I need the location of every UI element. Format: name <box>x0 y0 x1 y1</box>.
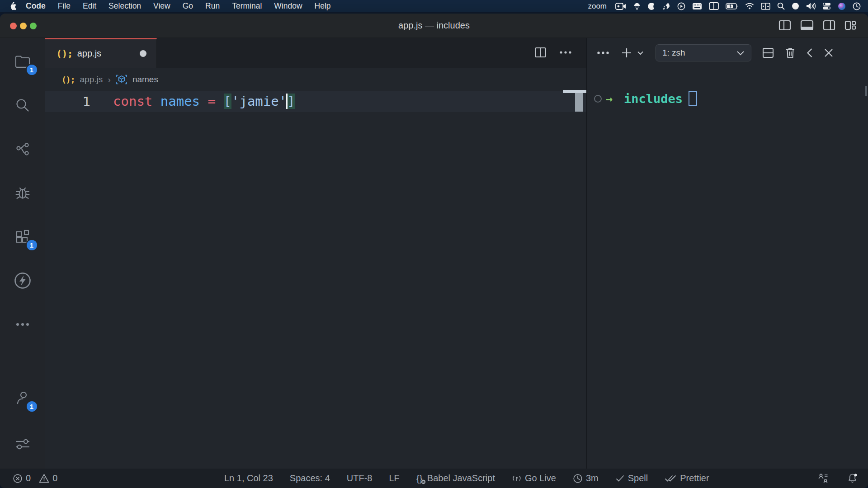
crescent-icon[interactable] <box>648 2 656 10</box>
zoom-menu-text[interactable]: zoom <box>588 2 607 11</box>
siri-icon[interactable] <box>838 2 846 10</box>
javascript-file-icon: (); <box>61 75 75 84</box>
wifi-icon[interactable] <box>745 3 754 9</box>
breadcrumb-symbol[interactable]: names <box>132 75 158 84</box>
menu-view[interactable]: View <box>153 1 170 11</box>
breadcrumb: (); app.js › names <box>45 68 586 91</box>
prompt-arrow-icon: → <box>606 92 613 105</box>
terminal-shell-select[interactable]: 1: zsh <box>656 44 751 61</box>
cursor-position[interactable]: Ln 1, Col 23 <box>224 473 273 483</box>
sidebar-item-source-control[interactable] <box>10 136 35 162</box>
spell-checker[interactable]: Spell <box>615 473 648 483</box>
clock-icon[interactable] <box>853 2 861 10</box>
sidebar-item-extensions[interactable]: 1 <box>10 224 35 249</box>
window-titlebar[interactable]: app.js — includes <box>0 14 868 38</box>
overview-ruler-cursor-mark <box>563 90 586 93</box>
menu-selection[interactable]: Selection <box>108 1 141 11</box>
menu-help[interactable]: Help <box>315 1 331 11</box>
text-cursor <box>286 94 288 109</box>
sidebar-item-run-debug[interactable] <box>10 180 35 206</box>
accounts-badge: 1 <box>26 400 38 413</box>
lightning-circle-icon <box>14 272 32 290</box>
toggle-primary-sidebar-icon[interactable] <box>778 20 791 31</box>
clock-icon <box>573 474 583 483</box>
terminal-prompt-line[interactable]: → includes <box>594 90 697 107</box>
prettier-formatter[interactable]: Prettier <box>665 473 709 483</box>
split-terminal-icon[interactable] <box>762 47 774 58</box>
warning-triangle-icon <box>39 474 49 483</box>
sidebar-item-search[interactable] <box>10 93 35 118</box>
volume-icon[interactable] <box>806 2 816 10</box>
keyboard-icon[interactable] <box>692 3 702 10</box>
sidebar-item-accounts[interactable]: 1 <box>10 385 35 411</box>
problems-warnings[interactable]: 0 <box>39 473 57 483</box>
token-const: const <box>113 94 152 109</box>
tab-modified-dot[interactable] <box>140 50 146 57</box>
settings-sliders-icon <box>14 437 31 451</box>
editor-scrollbar-thumb[interactable] <box>575 93 583 112</box>
menu-file[interactable]: File <box>58 1 71 11</box>
sidebar-item-settings[interactable] <box>10 432 35 457</box>
new-terminal-icon[interactable] <box>621 47 632 59</box>
tab-app-js[interactable]: (); app.js <box>45 38 157 68</box>
token-open-bracket: [ <box>224 94 231 109</box>
terminal-header: 1: zsh <box>587 38 868 68</box>
toggle-secondary-sidebar-icon[interactable] <box>823 20 835 31</box>
menu-run[interactable]: Run <box>205 1 220 11</box>
menu-go[interactable]: Go <box>183 1 193 11</box>
more-actions-icon[interactable] <box>559 51 572 54</box>
indentation[interactable]: Spaces: 4 <box>290 473 330 483</box>
notifications-bell-icon[interactable] <box>847 473 858 484</box>
language-mode[interactable]: {} Babel JavaScript <box>416 473 495 484</box>
collapse-panel-chevron-left-icon[interactable] <box>807 48 813 58</box>
menu-edit[interactable]: Edit <box>83 1 96 11</box>
sidebar-item-explorer[interactable]: 1 <box>10 49 35 74</box>
record-dot-icon[interactable] <box>792 2 799 10</box>
terminal-cursor <box>689 91 697 106</box>
kill-terminal-trash-icon[interactable] <box>785 47 796 59</box>
apple-logo-icon[interactable] <box>9 2 17 11</box>
command-decoration-icon[interactable] <box>594 95 602 103</box>
eol-sequence[interactable]: LF <box>389 473 399 483</box>
explorer-badge: 1 <box>26 64 38 76</box>
terminal-scrollbar-mark <box>865 86 867 96</box>
play-circle-icon[interactable] <box>677 2 685 10</box>
display-icon[interactable] <box>709 2 719 10</box>
vscode-window: app.js — includes 1 <box>0 14 868 488</box>
search-icon[interactable] <box>777 2 785 10</box>
timer[interactable]: 3m <box>573 473 599 483</box>
token-string-jamie: 'jamie' <box>231 94 287 109</box>
error-circle-icon <box>13 474 23 483</box>
video-camera-icon[interactable] <box>615 3 626 10</box>
battery-icon[interactable] <box>726 3 738 9</box>
sidebar-item-thunder-client[interactable] <box>10 268 35 293</box>
menu-code[interactable]: Code <box>26 1 46 11</box>
feedback-person-icon[interactable] <box>818 473 829 484</box>
customize-layout-icon[interactable] <box>844 20 856 31</box>
symbol-cube-icon <box>116 74 127 85</box>
menu-window[interactable]: Window <box>274 1 302 11</box>
sidebar-icon[interactable] <box>761 3 770 10</box>
control-center-icon[interactable] <box>822 2 831 10</box>
sidebar-item-more-views[interactable] <box>10 312 35 337</box>
go-live[interactable]: Go Live <box>512 473 556 483</box>
braces-icon: {} <box>416 473 424 484</box>
activity-bar: 1 1 <box>0 38 45 469</box>
split-editor-icon[interactable] <box>534 47 547 58</box>
toggle-panel-icon[interactable] <box>800 20 814 31</box>
breadcrumb-file[interactable]: app.js <box>80 75 103 84</box>
double-check-icon <box>665 474 677 482</box>
encoding[interactable]: UTF-8 <box>347 473 373 483</box>
problems-errors[interactable]: 0 <box>13 473 31 483</box>
new-terminal-dropdown-chevron-icon[interactable] <box>637 51 644 55</box>
showerhead-icon[interactable] <box>633 2 641 10</box>
tab-label: app.js <box>77 48 101 59</box>
menu-terminal[interactable]: Terminal <box>232 1 262 11</box>
close-panel-icon[interactable] <box>824 48 834 58</box>
terminal-more-actions-icon[interactable] <box>596 51 610 55</box>
token-equals: = <box>208 94 216 109</box>
ellipsis-icon <box>15 322 30 327</box>
token-names: names <box>160 94 200 109</box>
rocket-icon[interactable] <box>662 2 670 10</box>
code-line-1[interactable]: 1 const names = ['jamie'] <box>45 91 586 112</box>
